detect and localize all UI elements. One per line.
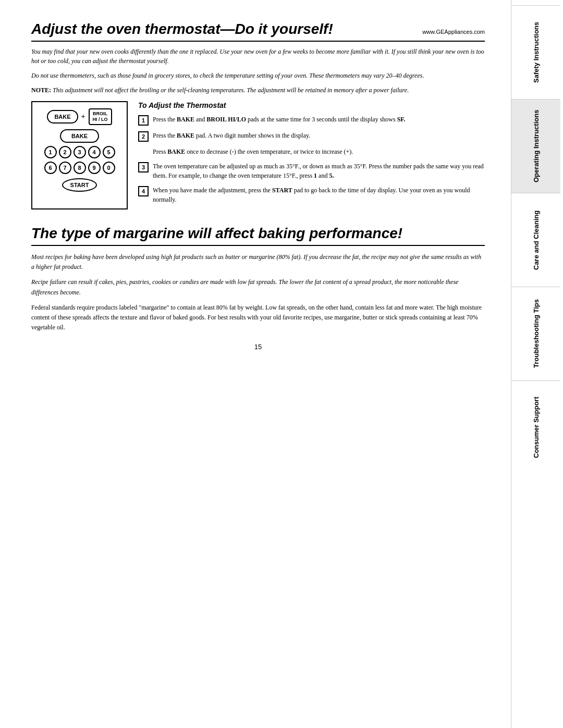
step-1: 1 Press the BAKE and BROIL HI/LO pads at… — [138, 115, 485, 126]
key-1: 1 — [44, 146, 57, 158]
sidebar-label-care: Care and Cleaning — [532, 210, 540, 269]
key-broil: BROIL HI / LO — [89, 108, 112, 125]
key-start: START — [62, 178, 97, 192]
key-4: 4 — [88, 146, 101, 158]
note-content: This adjustment will not affect the broi… — [53, 87, 409, 94]
section2-divider — [31, 245, 485, 246]
sidebar-label-troubleshooting: Troubleshooting Tips — [532, 300, 540, 368]
note-text: NOTE: This adjustment will not affect th… — [31, 85, 485, 95]
key-7: 7 — [59, 162, 71, 174]
section2-heading: The type of margarine will affect baking… — [31, 225, 485, 242]
heading-divider — [31, 41, 485, 42]
key-2: 2 — [59, 146, 71, 158]
key-bake-main: BAKE — [60, 129, 99, 143]
key-bake-top: BAKE — [47, 110, 78, 124]
page-title: Adjust the oven thermostat—Do it yoursel… — [31, 21, 333, 38]
step-4-num: 4 — [138, 186, 149, 196]
main-content: Adjust the oven thermostat—Do it yoursel… — [0, 0, 511, 728]
key-3: 3 — [74, 146, 86, 158]
step-3: 3 The oven temperature can be adjusted u… — [138, 162, 485, 180]
key-5: 5 — [103, 146, 115, 158]
adjust-heading: To Adjust the Thermostat — [138, 101, 485, 109]
key-9: 9 — [88, 162, 101, 174]
keypad-row1: 1 2 3 4 5 — [44, 146, 115, 158]
keypad-top-row: BAKE + BROIL HI / LO — [47, 108, 112, 125]
sidebar-label-operating: Operating Instructions — [532, 110, 540, 182]
step-2-text: Press the BAKE pad. A two digit number s… — [153, 131, 310, 140]
sidebar-label-safety: Safety Instructions — [532, 22, 540, 83]
website-url: www.GEAppliances.com — [422, 29, 485, 35]
key-8: 8 — [74, 162, 86, 174]
page-container: Adjust the oven thermostat—Do it yoursel… — [0, 0, 563, 728]
intro-paragraph1: You may find that your new oven cooks di… — [31, 47, 485, 66]
step-2-extra: Press BAKE once to decrease (-) the oven… — [153, 147, 485, 156]
sidebar-item-operating[interactable]: Operating Instructions — [511, 99, 560, 193]
broil-line2: HI / LO — [93, 117, 108, 122]
sidebar-item-safety[interactable]: Safety Instructions — [511, 5, 560, 99]
page-number: 15 — [31, 343, 485, 351]
keypad-diagram: BAKE + BROIL HI / LO BAKE 1 2 3 4 5 6 — [31, 101, 128, 209]
sidebar-item-consumer[interactable]: Consumer Support — [511, 380, 560, 474]
instructions-column: To Adjust the Thermostat 1 Press the BAK… — [138, 101, 485, 209]
step-4: 4 When you have made the adjustment, pre… — [138, 186, 485, 204]
step-2: 2 Press the BAKE pad. A two digit number… — [138, 131, 485, 142]
step-4-text: When you have made the adjustment, press… — [153, 186, 485, 204]
section2-body: Federal standards require products label… — [31, 303, 485, 333]
section2-intro1: Most recipes for baking have been develo… — [31, 252, 485, 272]
sidebar-item-troubleshooting[interactable]: Troubleshooting Tips — [511, 287, 560, 380]
note-label: NOTE: — [31, 87, 51, 94]
thermostat-section: BAKE + BROIL HI / LO BAKE 1 2 3 4 5 6 — [31, 101, 485, 209]
step-2-num: 2 — [138, 131, 149, 142]
key-6: 6 — [44, 162, 57, 174]
broil-line1: BROIL — [93, 111, 108, 117]
keypad-plus: + — [81, 113, 85, 121]
intro-paragraph2: Do not use thermometers, such as those f… — [31, 71, 485, 80]
section2-intro2: Recipe failure can result if cakes, pies… — [31, 277, 485, 297]
right-sidebar: Safety Instructions Operating Instructio… — [511, 0, 560, 728]
keypad-row2: 6 7 8 9 0 — [44, 162, 115, 174]
sidebar-item-care[interactable]: Care and Cleaning — [511, 193, 560, 287]
step-3-text: The oven temperature can be adjusted up … — [153, 162, 485, 180]
sidebar-label-consumer: Consumer Support — [532, 397, 540, 459]
step-1-num: 1 — [138, 115, 149, 126]
key-0: 0 — [103, 162, 115, 174]
step-3-num: 3 — [138, 162, 149, 172]
main-heading: Adjust the oven thermostat—Do it yoursel… — [31, 21, 485, 38]
step-1-text: Press the BAKE and BROIL HI/LO pads at t… — [153, 115, 406, 124]
